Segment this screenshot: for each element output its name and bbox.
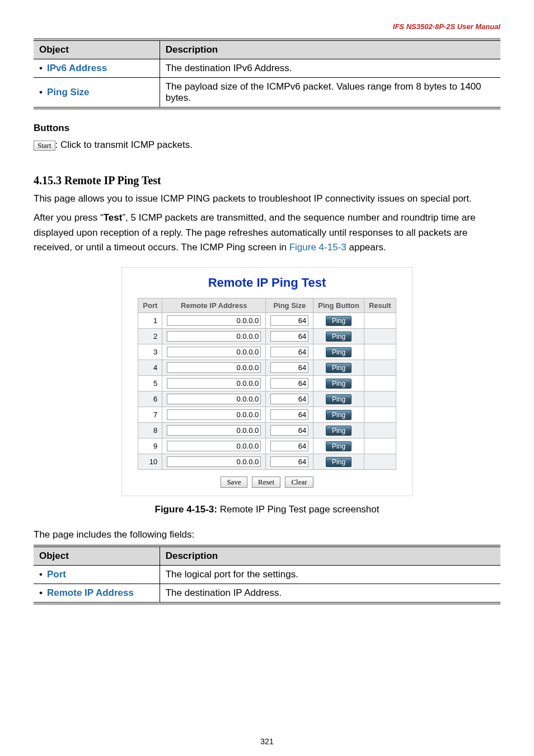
ping-col-port: Port [138,298,162,313]
object-desc-table-1: Object Description •IPv6 Address The des… [34,39,500,109]
ping-button[interactable]: Ping [326,410,352,420]
result-cell [364,423,396,438]
ping-col-button: Ping Button [313,298,364,313]
result-cell [364,391,396,407]
ping-size-input[interactable] [270,425,308,436]
ping-size-input[interactable] [270,315,308,326]
ping-size-input[interactable] [270,394,308,404]
ping-button[interactable]: Ping [326,363,352,373]
table-row: 9Ping [138,438,396,454]
page-number: 321 [0,737,534,746]
remote-ip-input[interactable] [167,362,261,373]
figure-title: Remote IP Ping Test [122,276,412,290]
remote-ip-input[interactable] [167,425,261,436]
remote-ip-input[interactable] [167,394,261,404]
col-object: Object [34,546,160,566]
figure-caption: Figure 4-15-3: Remote IP Ping Test page … [34,504,500,515]
remote-ip-input[interactable] [167,378,261,389]
obj-port: Port [47,569,66,580]
ping-size-input[interactable] [270,331,308,342]
figure-link[interactable]: Figure 4-15-3 [289,242,346,253]
ping-button[interactable]: Ping [326,316,352,326]
obj-ping-size: Ping Size [47,87,90,97]
table-row: 3Ping [138,344,396,360]
obj-remote-ip: Remote IP Address [47,587,134,598]
port-cell: 8 [138,423,162,438]
remote-ip-input[interactable] [167,331,261,342]
port-cell: 3 [138,344,162,360]
doc-header: IFS NS3502-8P-2S User Manual [34,22,500,31]
ping-button[interactable]: Ping [326,457,352,467]
table-row: 2Ping [138,329,396,344]
ping-button[interactable]: Ping [326,347,352,357]
port-cell: 6 [138,391,162,407]
figure-panel: Remote IP Ping Test Port Remote IP Addre… [121,267,413,496]
start-desc: : Click to transmit ICMP packets. [55,139,193,150]
ping-col-result: Result [364,298,396,313]
col-description: Description [160,546,500,566]
ping-size-input[interactable] [270,441,308,451]
port-cell: 4 [138,360,162,376]
desc-cell: The destination IP Address. [160,584,500,603]
desc-cell: The destination IPv6 Address. [160,59,500,78]
table-row: 5Ping [138,376,396,391]
reset-button[interactable]: Reset [252,477,280,488]
port-cell: 10 [138,454,162,470]
ping-col-ip: Remote IP Address [162,298,266,313]
table-row: 6Ping [138,391,396,407]
remote-ip-input[interactable] [167,441,261,451]
remote-ip-input[interactable] [167,347,261,357]
result-cell [364,360,396,376]
port-cell: 5 [138,376,162,391]
ping-button[interactable]: Ping [326,441,352,451]
result-cell [364,329,396,344]
port-cell: 9 [138,438,162,454]
remote-ip-input[interactable] [167,315,261,326]
col-object: Object [34,40,160,59]
obj-ipv6-address: IPv6 Address [47,63,107,73]
ping-size-input[interactable] [270,347,308,357]
table-row: 7Ping [138,407,396,423]
remote-ip-input[interactable] [167,409,261,420]
result-cell [364,344,396,360]
ping-size-input[interactable] [270,409,308,420]
result-cell [364,313,396,329]
para-2: After you press “Test”, 5 ICMP packets a… [34,211,500,255]
table-row: •IPv6 Address The destination IPv6 Addre… [34,59,500,78]
table-row: 4Ping [138,360,396,376]
ping-button[interactable]: Ping [326,332,352,342]
result-cell [364,376,396,391]
ping-size-input[interactable] [270,456,308,467]
port-cell: 2 [138,329,162,344]
col-description: Description [160,40,500,59]
section-title: Remote IP Ping Test [64,174,161,186]
ping-button[interactable]: Ping [326,426,352,436]
table-row: •Remote IP Address The destination IP Ad… [34,584,500,603]
desc-cell: The logical port for the settings. [160,565,500,584]
port-cell: 1 [138,313,162,329]
ping-button[interactable]: Ping [326,394,352,404]
para-1: This page allows you to issue ICMP PING … [34,192,500,206]
result-cell [364,407,396,423]
table-row: •Port The logical port for the settings. [34,565,500,584]
ping-table: Port Remote IP Address Ping Size Ping Bu… [138,298,396,470]
start-button[interactable]: Start [34,141,55,151]
port-cell: 7 [138,407,162,423]
section-heading: 4.15.3 Remote IP Ping Test [34,174,500,187]
ping-button[interactable]: Ping [326,379,352,389]
ping-size-input[interactable] [270,362,308,373]
ping-size-input[interactable] [270,378,308,389]
result-cell [364,454,396,470]
remote-ip-input[interactable] [167,456,261,467]
table-row: •Ping Size The payload size of the ICMPv… [34,78,500,109]
table-row: 10Ping [138,454,396,470]
buttons-heading: Buttons [34,123,500,134]
clear-button[interactable]: Clear [285,477,313,488]
object-desc-table-2: Object Description •Port The logical por… [34,545,500,604]
table-row: 1Ping [138,313,396,329]
fields-intro: The page includes the following fields: [34,528,500,542]
table-row: 8Ping [138,423,396,438]
save-button[interactable]: Save [221,477,247,488]
section-number: 4.15.3 [34,174,64,186]
result-cell [364,438,396,454]
